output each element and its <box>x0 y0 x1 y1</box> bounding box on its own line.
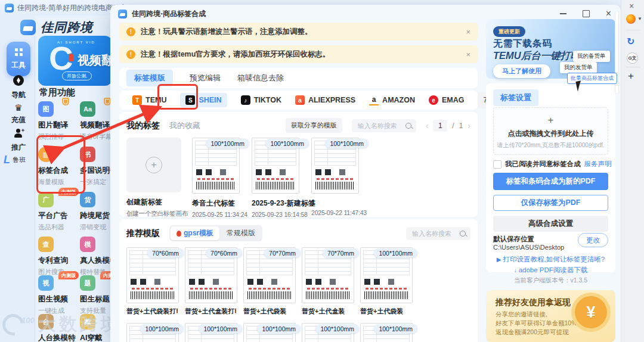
template-search-input[interactable] <box>411 229 456 238</box>
sidebar-item-promote[interactable]: + 推广 <box>5 129 32 153</box>
next-page-icon[interactable]: › <box>467 121 470 130</box>
pagination: ‹ 1 / 1 › <box>426 120 470 132</box>
tab-my-labels[interactable]: 我的标签 <box>126 120 160 131</box>
learn-more-button[interactable]: 马上了解使用 <box>493 64 550 78</box>
feature-card-patent-search[interactable]: 查 专利查询 图片搜索 <box>38 237 78 276</box>
beta-badge: 内测版 <box>58 271 79 279</box>
app-logo-icon <box>5 4 14 13</box>
dialog-title: 佳同跨境-商品标签合成 <box>132 9 206 19</box>
feature-card-platform-ads[interactable]: 广内测版 平台广告 选品利器 <box>38 192 78 232</box>
shein-icon: S <box>185 95 195 105</box>
sidebar-item-navigation[interactable]: 导航 <box>5 75 32 100</box>
temu-print-banner[interactable]: 重磅更新 无需下载条码 TEMU后台一键打印 马上了解使用 我的备货单 我的发货… <box>486 19 615 79</box>
size-badge: 70*70mm <box>323 248 359 257</box>
template-card[interactable]: 100*100mm <box>302 323 353 342</box>
caret-down-icon[interactable]: ▼ <box>637 16 642 21</box>
search-icon[interactable] <box>460 231 466 237</box>
image-to-title-icon: 题内测版 <box>80 275 95 291</box>
platform-tab-temu[interactable]: T TEMU <box>132 95 166 105</box>
get-shared-template-button[interactable]: 获取分享的模版 <box>286 118 342 133</box>
close-icon[interactable]: × <box>606 10 611 18</box>
close-icon[interactable]: × <box>629 1 634 11</box>
compose-pdf-button[interactable]: 标签和条码合成为新的PDF <box>493 173 608 190</box>
feature-card-label-compose[interactable]: ▥ 标签合成 海量模版 <box>38 147 78 186</box>
plus-icon: + <box>145 157 162 173</box>
manuals-icon: 书 <box>80 147 95 162</box>
promo-banner[interactable]: C AI SHORT VID 视频翻 开放公测, <box>38 36 112 86</box>
template-card[interactable]: 100*100mm <box>360 323 411 342</box>
label-card[interactable]: 100*100mm 1 2025-09-22 11:47:43 <box>311 138 363 218</box>
notice-close-icon[interactable]: × <box>466 27 470 36</box>
adobe-download-link[interactable]: ↓adobe PDF阅读器下载 <box>486 266 615 275</box>
sidebar-item-recharge[interactable]: ♛ 充值 <box>5 102 32 125</box>
template-card[interactable]: 70*60mm 普货+土代盒装打印机... <box>185 247 236 316</box>
template-card[interactable]: 70*60mm 普货+土代袋装打印机... <box>126 247 178 316</box>
feature-card-image-to-video[interactable]: 视内测版 图生视频 一键生成 <box>38 275 78 315</box>
tab-remove-mark-info[interactable]: 箱唛信息去除 <box>237 73 284 83</box>
sidebar-item-luban[interactable]: L 鲁班 <box>4 154 26 166</box>
feature-card-image-translate[interactable]: 图 图片翻译 强烈推荐 <box>38 101 78 141</box>
add-icon[interactable]: + <box>628 70 634 82</box>
barcode-graphic <box>189 291 233 299</box>
banner-title: 视频翻 <box>78 52 112 69</box>
search-icon[interactable] <box>405 123 411 129</box>
label-card[interactable]: 100*100mm 希音土代标签 2025-09-25 11:34:24 <box>192 138 243 218</box>
referral-card[interactable]: 推荐好友使用拿返现 分享您的邀请链接, 好友下单可获得订单金额10%的返现 返现… <box>486 290 615 342</box>
template-name: 普货+土代盒装打印机... <box>185 307 236 316</box>
template-card[interactable]: 70*70mm 普货+土代袋装 <box>243 247 295 316</box>
size-badge: 100*100mm <box>374 324 417 333</box>
template-card[interactable]: 100*100mm <box>243 323 295 342</box>
tiktok-icon: ♪ <box>241 95 250 105</box>
platform-tab-emag[interactable]: e EMAG <box>429 95 465 105</box>
label-card[interactable]: 100*100mm 2025-9-23-新建标签 2025-09-23 16:1… <box>252 138 303 218</box>
agree-checkbox[interactable] <box>493 160 501 169</box>
total-pages: 1 <box>459 122 463 130</box>
minimize-icon[interactable] <box>560 13 566 14</box>
create-label-canvas[interactable]: + <box>126 138 181 192</box>
batch-compose-button[interactable]: 批量商品标签合成 <box>567 73 617 84</box>
tab-label-templates[interactable]: 标签模版 <box>126 70 173 86</box>
brand-name: 佳同跨境 <box>41 19 93 36</box>
platform-tab-amazon[interactable]: a AMAZON <box>369 95 415 105</box>
change-location-button[interactable]: 更改 <box>578 233 608 247</box>
save-location-path: C:\Users\ASUS\Desktop <box>493 244 564 251</box>
tab-preview-edit[interactable]: 预览编辑 <box>190 73 221 83</box>
tab-my-favorites[interactable]: 我的收藏 <box>169 120 200 131</box>
template-card[interactable]: 100*100mm <box>126 323 178 342</box>
translate-icon[interactable]: G文 <box>627 52 638 64</box>
template-card[interactable]: 70*70mm 普货+土代盒装 <box>302 247 353 316</box>
template-card[interactable]: 100*100mm <box>185 323 236 342</box>
feature-card-mannequin-swap[interactable]: 台 人台换模特 <box>38 314 78 342</box>
advanced-settings-button[interactable]: 高级合成设置 <box>493 216 608 232</box>
label-timestamp: 2025-09-23 16:14:58 <box>252 211 303 218</box>
notice-banner: ! 注意！根据temu官方要求，请添加西班牙环保回收标志。 × <box>119 45 478 63</box>
platform-tab-aliexpress[interactable]: a ALIEXPRESS <box>295 95 355 105</box>
notice-close-icon[interactable]: × <box>466 50 470 59</box>
browser-icon[interactable] <box>626 14 636 24</box>
barcode-graphic <box>247 291 292 299</box>
create-label-card[interactable]: + 创建新标签 创建一个空白标签画布 <box>126 138 184 218</box>
template-card[interactable]: 100*100mm 普货+土代袋装 <box>360 247 411 316</box>
print-tutorial-link[interactable]: ▶打印设置教程,如何让标签更清晰? <box>486 255 615 264</box>
prev-page-icon[interactable]: ‹ <box>426 121 429 130</box>
platform-tab-tiktok[interactable]: ♪ TIKTOK <box>241 95 281 105</box>
sidebar-item-tools[interactable]: 工具 <box>7 42 30 76</box>
section-title: 常用功能 <box>39 87 75 98</box>
label-search-input[interactable] <box>357 122 402 130</box>
platform-tab-shein[interactable]: S SHEIN <box>180 93 227 107</box>
save-label-pdf-button[interactable]: 仅保存标签为PDF <box>493 195 608 211</box>
size-badge: 100*100mm <box>257 324 301 333</box>
referral-line: 返现金额满200元即可提现 <box>496 328 569 337</box>
service-statement-link[interactable]: 服务声明 <box>584 160 612 169</box>
size-badge: 100*100mm <box>325 139 369 148</box>
my-shipment-list-chip[interactable]: 我的发货单 <box>560 62 597 73</box>
normal-template-toggle[interactable]: 常规模版 <box>221 226 261 240</box>
refresh-check-icon[interactable]: ↻ <box>627 36 634 47</box>
upload-dropzone[interactable]: + 点击或拖拽文件到此处上传 请上传70*20mm,页总数不超10000的pdf… <box>493 107 608 155</box>
my-stock-list-chip[interactable]: 我的备货单 <box>573 51 610 62</box>
maximize-icon[interactable] <box>583 10 590 17</box>
label-title: 1 <box>311 198 363 207</box>
gpsr-template-toggle[interactable]: gpsr模板 <box>171 226 219 240</box>
size-badge: 100*100mm <box>315 324 359 333</box>
luban-label: 鲁班 <box>13 156 26 164</box>
